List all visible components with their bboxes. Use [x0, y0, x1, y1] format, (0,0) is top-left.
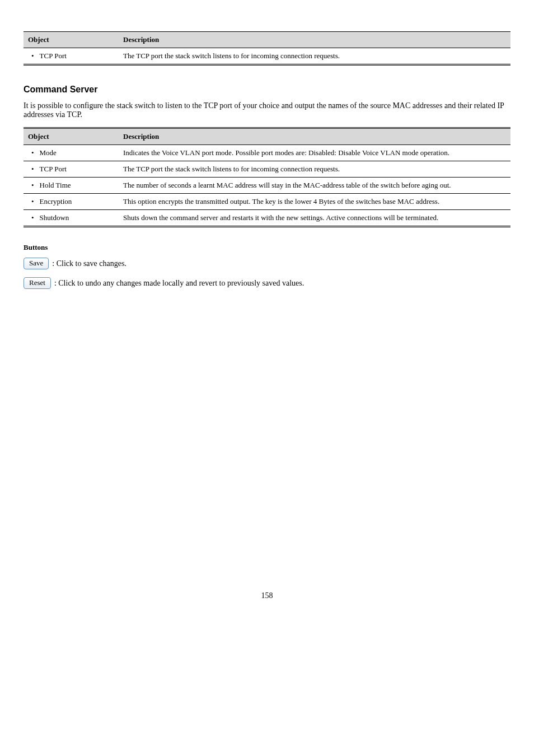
- row-description: Shuts down the command server and restar…: [119, 210, 510, 227]
- row-object-label: Shutdown: [40, 213, 114, 222]
- page-number: 158: [24, 591, 510, 600]
- command-server-table: Object Description • Mode Indicates the …: [24, 127, 510, 227]
- reset-button[interactable]: Reset: [24, 277, 51, 289]
- row-object-label: Encryption: [40, 197, 114, 206]
- row-description: The TCP port the stack switch listens to…: [119, 48, 510, 65]
- bullet-icon: •: [28, 148, 40, 157]
- table-row: • Encryption This option encrypts the tr…: [24, 194, 510, 210]
- reset-button-description: : Click to undo any changes made locally…: [54, 279, 304, 288]
- col-object-header: Object: [24, 32, 119, 48]
- table-row: • Mode Indicates the Voice VLAN port mod…: [24, 145, 510, 161]
- object-description-table-continued: Object Description • TCP Port The TCP po…: [24, 31, 510, 66]
- bullet-icon: •: [28, 197, 40, 206]
- row-description: Indicates the Voice VLAN port mode. Poss…: [119, 145, 510, 161]
- row-object-label: TCP Port: [40, 52, 114, 60]
- row-object-label: Mode: [40, 148, 114, 157]
- col-object-header: Object: [24, 128, 119, 145]
- bullet-icon: •: [28, 181, 40, 190]
- col-description-header: Description: [119, 128, 510, 145]
- table-row: • TCP Port The TCP port the stack switch…: [24, 48, 510, 65]
- row-object-label: Hold Time: [40, 181, 114, 190]
- bullet-icon: •: [28, 213, 40, 222]
- bullet-icon: •: [28, 165, 40, 174]
- row-object-label: TCP Port: [40, 165, 114, 174]
- col-description-header: Description: [119, 32, 510, 48]
- buttons-heading: Buttons: [24, 243, 510, 252]
- table-row: • Hold Time The number of seconds a lear…: [24, 178, 510, 194]
- row-description: This option encrypts the transmitted out…: [119, 194, 510, 210]
- row-description: The TCP port the stack switch listens to…: [119, 161, 510, 178]
- bullet-icon: •: [28, 52, 40, 60]
- row-description: The number of seconds a learnt MAC addre…: [119, 178, 510, 194]
- table-row: • TCP Port The TCP port the stack switch…: [24, 161, 510, 178]
- section-paragraph: It is possible to configure the stack sw…: [24, 101, 510, 119]
- save-button-description: : Click to save changes.: [52, 259, 127, 268]
- save-button[interactable]: Save: [24, 258, 49, 269]
- table-row: • Shutdown Shuts down the command server…: [24, 210, 510, 227]
- section-heading-command-server: Command Server: [24, 85, 510, 95]
